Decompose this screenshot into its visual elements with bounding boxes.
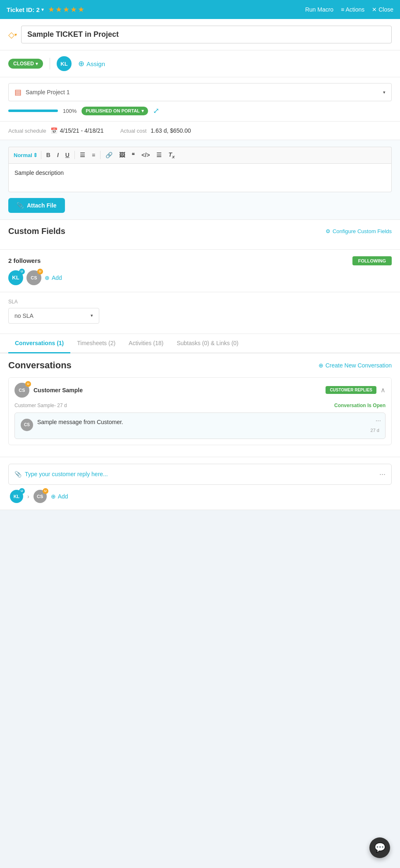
following-badge[interactable]: FOLLOWING bbox=[352, 256, 392, 265]
title-dropdown-icon[interactable]: ▾ bbox=[14, 32, 17, 38]
progress-label: 100% bbox=[63, 108, 77, 114]
customer-name: Customer Sample bbox=[34, 387, 83, 393]
tab-timesheets[interactable]: Timesheets (2) bbox=[70, 334, 122, 353]
project-name: Sample Project 1 bbox=[26, 89, 70, 95]
reply-add-icon: ⊕ bbox=[51, 493, 56, 500]
progress-row: 100% PUBLISHED ON PORTAL ▾ ⤢ bbox=[8, 106, 392, 115]
bullet-list-button[interactable]: ☰ bbox=[78, 151, 87, 159]
code-button[interactable]: </> bbox=[140, 151, 151, 159]
follower-kl-badge: U bbox=[19, 269, 25, 274]
sla-label: SLA bbox=[8, 299, 392, 305]
ticket-type-icon[interactable]: ◇ ▾ bbox=[8, 30, 17, 40]
reply-cs-badge: U bbox=[43, 488, 48, 494]
project-section: ▤ Sample Project 1 ▾ 100% PUBLISHED ON P… bbox=[0, 77, 400, 122]
format-select[interactable]: Normal ⇕ bbox=[14, 152, 38, 158]
tab-activities-label: Activities (18) bbox=[129, 340, 163, 346]
follower-cs-initials: CS bbox=[31, 275, 37, 280]
actual-schedule-label: Actual schedule bbox=[8, 128, 46, 134]
conversation-item: CS U Customer Sample CUSTOMER REPLIES ∧ … bbox=[8, 377, 392, 445]
project-dropdown-icon: ▾ bbox=[383, 90, 386, 95]
custom-fields-title: Custom Fields bbox=[8, 227, 65, 236]
progress-fill bbox=[8, 110, 58, 112]
add-follower-button[interactable]: ⊕ Add bbox=[45, 274, 62, 281]
actual-schedule-item: Actual schedule 📅 4/15/21 - 4/18/21 bbox=[8, 127, 104, 134]
schedule-dates: 4/15/21 - 4/18/21 bbox=[60, 127, 104, 134]
conversation-message-box: CS Sample message from Customer. 27 d ··… bbox=[14, 413, 386, 439]
header-left: Ticket ID: 2 ▾ ★★★★★ bbox=[7, 5, 305, 14]
tab-subtasks[interactable]: Subtasks (0) & Links (0) bbox=[170, 334, 245, 353]
align-button[interactable]: ☰ bbox=[155, 151, 163, 159]
header-right: Run Macro ≡ Actions ✕ Close bbox=[305, 6, 393, 13]
clear-format-button[interactable]: Tx bbox=[167, 150, 176, 160]
published-dropdown-icon: ▾ bbox=[141, 108, 144, 114]
actual-schedule-value: 📅 4/15/21 - 4/18/21 bbox=[50, 127, 104, 134]
create-conversation-icon: ⊕ bbox=[319, 362, 323, 369]
close-button[interactable]: ✕ Close bbox=[372, 6, 393, 13]
message-more-button[interactable]: ··· bbox=[376, 417, 381, 424]
tabs-row: Conversations (1) Timesheets (2) Activit… bbox=[0, 334, 400, 353]
configure-custom-fields-link[interactable]: ⚙ Configure Custom Fields bbox=[326, 228, 392, 234]
italic-button[interactable]: I bbox=[55, 151, 60, 159]
share-icon[interactable]: ⤢ bbox=[153, 106, 159, 115]
bold-button[interactable]: B bbox=[45, 151, 52, 159]
conversations-header: Conversations ⊕ Create New Conversation bbox=[8, 360, 392, 371]
followers-section: 2 followers FOLLOWING KL U CS U ⊕ Add bbox=[0, 250, 400, 292]
follower-cs[interactable]: CS U bbox=[26, 270, 41, 285]
reply-box[interactable]: 📎 Type your customer reply here... ··· bbox=[8, 464, 392, 485]
project-select[interactable]: ▤ Sample Project 1 ▾ bbox=[8, 83, 392, 101]
tab-conversations[interactable]: Conversations (1) bbox=[8, 334, 70, 353]
actions-button[interactable]: ≡ Actions bbox=[341, 6, 364, 13]
follower-kl[interactable]: KL U bbox=[8, 270, 23, 285]
calendar-icon: 📅 bbox=[50, 127, 57, 134]
collapse-icon[interactable]: ∧ bbox=[381, 386, 386, 394]
run-macro-button[interactable]: Run Macro bbox=[305, 6, 333, 13]
app-header: Ticket ID: 2 ▾ ★★★★★ Run Macro ≡ Actions… bbox=[0, 0, 400, 19]
conversation-avatar: CS U bbox=[14, 383, 29, 398]
assignee-initials: KL bbox=[60, 61, 67, 67]
published-label: PUBLISHED ON PORTAL bbox=[86, 108, 140, 113]
sla-select[interactable]: no SLA ▾ bbox=[8, 308, 99, 324]
status-row: CLOSED ▾ KL ⊕ Assign bbox=[0, 50, 400, 77]
followers-header: 2 followers FOLLOWING bbox=[8, 256, 392, 265]
gear-icon: ⚙ bbox=[326, 228, 331, 234]
conversation-item-header: CS U Customer Sample CUSTOMER REPLIES ∧ bbox=[9, 378, 391, 403]
arrow-right-icon: › bbox=[27, 493, 29, 500]
status-badge[interactable]: CLOSED ▾ bbox=[8, 59, 43, 69]
sla-section: SLA no SLA ▾ bbox=[0, 292, 400, 334]
quote-button[interactable]: ❝ bbox=[130, 151, 137, 159]
status-label: CLOSED bbox=[13, 61, 34, 67]
reply-kl-badge: U bbox=[19, 488, 25, 494]
reply-footer: KL U › CS U ⊕ Add bbox=[8, 490, 392, 503]
format-dropdown-icon: ⇕ bbox=[33, 152, 38, 158]
ordered-list-button[interactable]: ≡ bbox=[90, 151, 97, 159]
assign-icon: ⊕ bbox=[78, 59, 84, 68]
customer-replies-badge: CUSTOMER REPLIES bbox=[326, 386, 376, 394]
assignee-avatar[interactable]: KL bbox=[57, 56, 72, 71]
ticket-stars[interactable]: ★★★★★ bbox=[48, 5, 85, 14]
conversation-message-time: 27 d bbox=[37, 428, 379, 433]
reply-add-button[interactable]: ⊕ Add bbox=[51, 493, 68, 500]
link-button[interactable]: 🔗 bbox=[104, 151, 114, 159]
ticket-dropdown-icon[interactable]: ▾ bbox=[41, 7, 44, 12]
reply-more-button[interactable]: ··· bbox=[379, 470, 386, 479]
schedule-row: Actual schedule 📅 4/15/21 - 4/18/21 Actu… bbox=[0, 122, 400, 140]
customer-initials: CS bbox=[19, 388, 25, 393]
image-button[interactable]: 🖼 bbox=[117, 151, 127, 159]
reply-add-label: Add bbox=[58, 493, 68, 500]
editor-body[interactable]: Sample description bbox=[8, 163, 392, 192]
conversation-meta: Customer Sample- 27 d Conversation Is Op… bbox=[9, 403, 391, 413]
conversation-message-text: Sample message from Customer. bbox=[37, 419, 379, 425]
assign-button[interactable]: ⊕ Assign bbox=[78, 59, 105, 68]
editor-toolbar: Normal ⇕ B I U ☰ ≡ 🔗 🖼 ❝ </> ☰ Tx bbox=[8, 147, 392, 163]
underline-button[interactable]: U bbox=[64, 151, 71, 159]
published-badge[interactable]: PUBLISHED ON PORTAL ▾ bbox=[81, 107, 148, 115]
ticket-id[interactable]: Ticket ID: 2 ▾ bbox=[7, 6, 44, 13]
attach-file-button[interactable]: 📎 Attach File bbox=[8, 198, 65, 213]
tab-activities[interactable]: Activities (18) bbox=[122, 334, 170, 353]
reply-section: 📎 Type your customer reply here... ··· K… bbox=[0, 457, 400, 510]
actions-label: ≡ Actions bbox=[341, 6, 364, 13]
reply-cs-initials: CS bbox=[37, 494, 43, 499]
create-conversation-button[interactable]: ⊕ Create New Conversation bbox=[319, 362, 392, 369]
ticket-title-input[interactable] bbox=[21, 26, 392, 43]
customer-badge: U bbox=[25, 381, 31, 387]
